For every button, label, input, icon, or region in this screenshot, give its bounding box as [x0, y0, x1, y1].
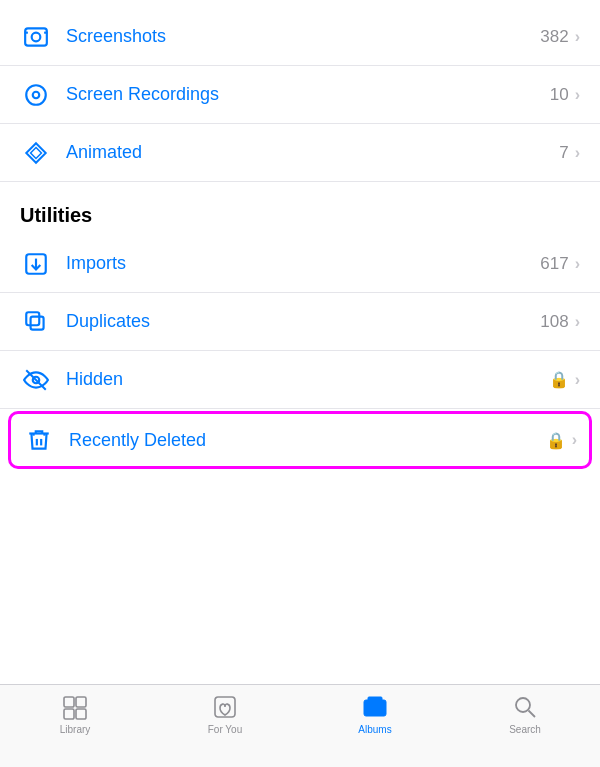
list-item-duplicates[interactable]: Duplicates 108 › — [0, 293, 600, 351]
hidden-lock: 🔒 — [549, 370, 569, 389]
animated-count: 7 — [559, 143, 568, 163]
svg-rect-19 — [64, 709, 74, 719]
svg-rect-2 — [25, 31, 28, 33]
svg-point-6 — [34, 92, 38, 96]
duplicates-chevron: › — [575, 313, 580, 331]
svg-marker-8 — [31, 147, 42, 158]
svg-rect-22 — [364, 700, 386, 716]
albums-tab-icon — [361, 693, 389, 721]
utilities-header: Utilities — [0, 182, 600, 235]
tab-library[interactable]: Library — [0, 693, 150, 735]
list-item-screen-recordings[interactable]: Screen Recordings 10 › — [0, 66, 600, 124]
list-item-screenshots[interactable]: Screenshots 382 › — [0, 8, 600, 66]
imports-chevron: › — [575, 255, 580, 273]
animated-chevron: › — [575, 144, 580, 162]
imports-icon — [20, 248, 52, 280]
recently-deleted-label: Recently Deleted — [69, 430, 546, 451]
recently-deleted-icon — [23, 424, 55, 456]
duplicates-count: 108 — [540, 312, 568, 332]
tab-for-you-label: For You — [208, 724, 242, 735]
list-item-imports[interactable]: Imports 617 › — [0, 235, 600, 293]
hidden-label: Hidden — [66, 369, 549, 390]
tab-search[interactable]: Search — [450, 693, 600, 735]
duplicates-label: Duplicates — [66, 311, 540, 332]
utilities-section: Utilities Imports 617 › Duplic — [0, 182, 600, 469]
screen-recordings-icon — [20, 79, 52, 111]
svg-rect-12 — [26, 312, 39, 325]
recently-deleted-chevron: › — [572, 431, 577, 449]
screenshots-icon — [20, 21, 52, 53]
duplicates-icon — [20, 306, 52, 338]
tab-bar: Library For You Albums Search — [0, 684, 600, 767]
svg-rect-18 — [76, 697, 86, 707]
screen-recordings-count: 10 — [550, 85, 569, 105]
screenshots-label: Screenshots — [66, 26, 540, 47]
svg-line-25 — [529, 711, 536, 718]
svg-rect-3 — [44, 31, 47, 33]
svg-marker-7 — [26, 143, 46, 163]
imports-label: Imports — [66, 253, 540, 274]
svg-rect-0 — [25, 28, 47, 45]
svg-rect-11 — [31, 316, 44, 329]
svg-point-24 — [516, 698, 530, 712]
svg-rect-20 — [76, 709, 86, 719]
tab-albums[interactable]: Albums — [300, 693, 450, 735]
main-content: Screenshots 382 › Screen Recordings 10 › — [0, 0, 600, 684]
tab-for-you[interactable]: For You — [150, 693, 300, 735]
tab-albums-label: Albums — [358, 724, 391, 735]
svg-rect-17 — [64, 697, 74, 707]
hidden-chevron: › — [575, 371, 580, 389]
animated-icon — [20, 137, 52, 169]
list-item-hidden[interactable]: Hidden 🔒 › — [0, 351, 600, 409]
for-you-tab-icon — [211, 693, 239, 721]
library-tab-icon — [61, 693, 89, 721]
imports-count: 617 — [540, 254, 568, 274]
screenshots-chevron: › — [575, 28, 580, 46]
list-item-recently-deleted[interactable]: Recently Deleted 🔒 › — [8, 411, 592, 469]
svg-rect-23 — [368, 697, 382, 701]
media-types-section: Screenshots 382 › Screen Recordings 10 › — [0, 8, 600, 182]
search-tab-icon — [511, 693, 539, 721]
svg-point-1 — [32, 32, 41, 41]
tab-search-label: Search — [509, 724, 541, 735]
screenshots-count: 382 — [540, 27, 568, 47]
recently-deleted-lock: 🔒 — [546, 431, 566, 450]
screen-recordings-label: Screen Recordings — [66, 84, 550, 105]
screen-recordings-chevron: › — [575, 86, 580, 104]
hidden-icon — [20, 364, 52, 396]
animated-label: Animated — [66, 142, 559, 163]
list-item-animated[interactable]: Animated 7 › — [0, 124, 600, 182]
tab-library-label: Library — [60, 724, 91, 735]
